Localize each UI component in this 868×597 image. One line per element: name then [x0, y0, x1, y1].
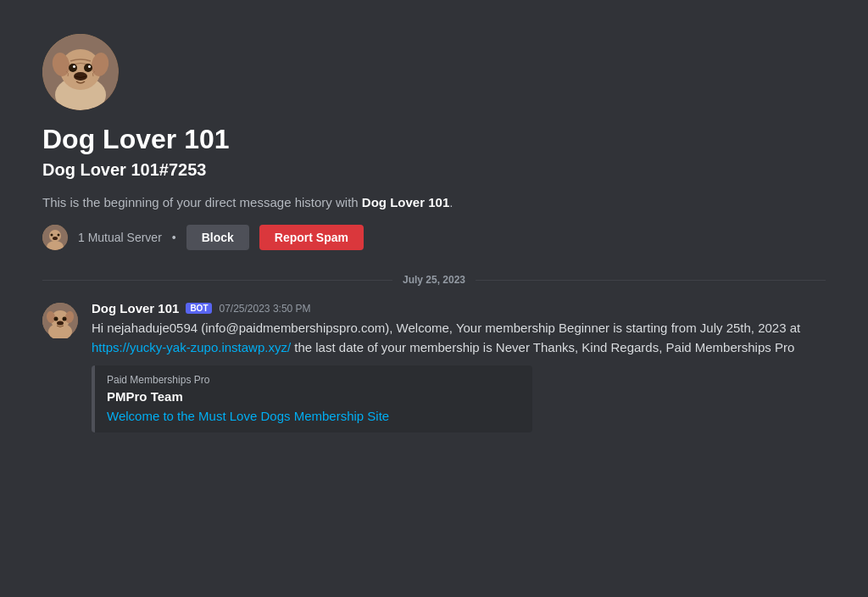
dot-separator: • [172, 231, 176, 244]
message-text-part1: Hi nejahaduje0594 (info@paidmembershipsp… [92, 321, 800, 335]
mutual-server-row: 1 Mutual Server • Block Report Spam [42, 225, 826, 250]
svg-point-7 [73, 65, 75, 68]
dm-history-suffix: . [449, 195, 453, 209]
svg-point-21 [54, 317, 58, 321]
avatar-section [42, 34, 826, 110]
mutual-server-avatar [42, 225, 68, 250]
message-username: Dog Lover 101 [92, 301, 179, 315]
dm-history-text: This is the beginning of your direct mes… [42, 195, 826, 209]
block-button[interactable]: Block [186, 225, 249, 250]
page-container: Dog Lover 101 Dog Lover 101#7253 This is… [0, 0, 868, 597]
svg-point-8 [88, 65, 91, 68]
embed-provider: Paid Memberships Pro [107, 374, 520, 386]
message-avatar [42, 303, 78, 338]
svg-point-22 [63, 317, 67, 321]
date-divider-line-right [476, 280, 826, 281]
message-text: Hi nejahaduje0594 (info@paidmembershipsp… [92, 319, 826, 357]
dm-history-username: Dog Lover 101 [362, 195, 449, 209]
username-display: Dog Lover 101 [42, 124, 826, 155]
message-header: Dog Lover 101 BOT 07/25/2023 3:50 PM [92, 301, 826, 315]
message-content: Dog Lover 101 BOT 07/25/2023 3:50 PM Hi … [92, 301, 826, 432]
mutual-server-text: 1 Mutual Server [78, 231, 162, 244]
svg-point-15 [53, 237, 58, 240]
svg-point-13 [51, 234, 53, 237]
report-spam-button[interactable]: Report Spam [259, 225, 364, 250]
dm-history-prefix: This is the beginning of your direct mes… [42, 195, 362, 209]
message-link[interactable]: https://yucky-yak-zupo.instawp.xyz/ [92, 340, 291, 354]
username-tag: Dog Lover 101#7253 [42, 160, 826, 180]
svg-point-9 [74, 72, 87, 81]
embed-author: PMPro Team [107, 389, 520, 404]
svg-point-14 [58, 234, 60, 237]
svg-point-6 [84, 64, 92, 72]
date-divider-line-left [42, 280, 392, 281]
svg-point-23 [57, 321, 64, 326]
message-container: Dog Lover 101 BOT 07/25/2023 3:50 PM Hi … [42, 301, 826, 432]
svg-point-5 [69, 64, 77, 72]
avatar [42, 34, 119, 110]
message-text-part2: the last date of your membership is Neve… [291, 340, 794, 354]
date-divider-label: July 25, 2023 [403, 274, 465, 286]
bot-badge: BOT [186, 303, 212, 314]
embed-container: Paid Memberships Pro PMPro Team Welcome … [92, 365, 532, 432]
date-divider: July 25, 2023 [42, 274, 826, 286]
avatar-image [42, 34, 119, 110]
message-timestamp: 07/25/2023 3:50 PM [219, 303, 310, 315]
embed-link[interactable]: Welcome to the Must Love Dogs Membership… [107, 409, 389, 423]
